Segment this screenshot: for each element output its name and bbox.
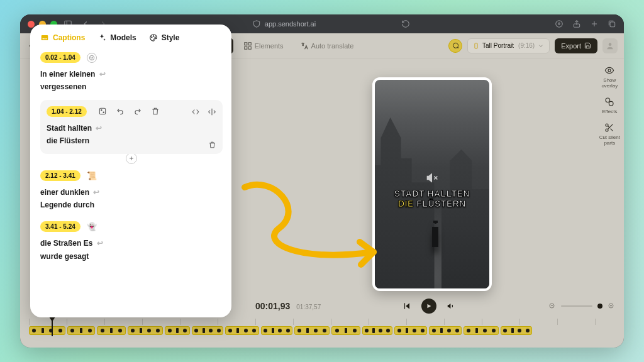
download-icon[interactable] <box>555 19 564 28</box>
svg-point-42 <box>101 110 102 111</box>
skip-back-icon[interactable] <box>402 302 411 310</box>
share-icon[interactable] <box>572 19 581 28</box>
video-preview[interactable]: STADT HALLTEN DIE FLÜSTERN <box>372 77 492 291</box>
timeline-clips[interactable] <box>29 326 615 335</box>
caption-text[interactable]: die Straßen Es ↩wurde gesagt <box>40 237 223 263</box>
new-tab-icon[interactable] <box>590 19 599 28</box>
time-chip[interactable]: 2.12 - 3.41 <box>40 170 80 181</box>
svg-point-36 <box>155 37 155 38</box>
volume-icon[interactable] <box>447 302 455 310</box>
shield-icon[interactable] <box>252 19 261 28</box>
scissors-icon <box>604 122 615 133</box>
caption-block[interactable]: 3.41 - 5.24👻die Straßen Es ↩wurde gesagt <box>40 217 223 269</box>
timeline-clip[interactable] <box>464 326 499 335</box>
annotation-arrow <box>235 172 392 272</box>
time-chip[interactable]: 3.41 - 5.24 <box>40 221 80 232</box>
reload-icon[interactable] <box>401 19 410 28</box>
return-icon: ↩ <box>91 188 99 197</box>
svg-rect-9 <box>244 47 247 49</box>
elements-tool[interactable]: Elements <box>237 38 290 54</box>
timeline-clip[interactable] <box>362 326 392 335</box>
user-avatar[interactable] <box>602 38 618 53</box>
caption-text[interactable]: In einer kleinen ↩vergessenen <box>40 68 223 94</box>
zoom-out-icon[interactable] <box>548 302 556 310</box>
show-overlay-button[interactable]: Show overlay <box>601 65 618 89</box>
svg-rect-32 <box>43 38 45 39</box>
zoom-slider[interactable] <box>561 305 592 307</box>
cut-silent-button[interactable]: Cut silent parts <box>599 122 620 146</box>
effects-button[interactable]: Effects <box>602 96 617 114</box>
sparkle-icon <box>97 33 106 42</box>
time-chip[interactable]: 1.04 - 2.12 <box>47 106 87 117</box>
duration-whole: 01:37 <box>296 304 312 310</box>
aspect-ratio-selector[interactable]: Tall Portrait (9:16) <box>467 38 550 53</box>
auto-translate-tool[interactable]: Auto translate <box>294 38 360 54</box>
svg-point-34 <box>151 37 152 38</box>
svg-point-12 <box>609 43 612 46</box>
caption-text[interactable]: Stadt hallten ↩die Flüstern <box>47 122 216 148</box>
timeline-clip[interactable] <box>192 326 223 335</box>
svg-point-16 <box>606 124 608 126</box>
svg-rect-24 <box>404 303 405 309</box>
svg-point-15 <box>609 101 614 106</box>
captions-icon <box>40 33 49 42</box>
caption-block[interactable]: 1.04 - 2.12Stadt hallten ↩die Flüstern <box>40 100 223 154</box>
svg-point-14 <box>606 98 610 102</box>
elements-label: Elements <box>255 42 284 50</box>
svg-point-35 <box>153 36 153 36</box>
svg-point-13 <box>608 69 611 72</box>
play-button[interactable] <box>421 299 436 314</box>
eye-icon <box>604 65 615 76</box>
address-bar-url[interactable]: app.sendshort.ai <box>265 20 316 28</box>
caption-block[interactable]: 2.12 - 3.41📜einer dunklen ↩Legende durch <box>40 167 223 218</box>
svg-line-20 <box>608 126 610 128</box>
timeline-clip[interactable] <box>67 326 95 335</box>
return-icon: ↩ <box>94 239 103 248</box>
tab-style[interactable]: Style <box>149 33 180 42</box>
timeline-clip[interactable] <box>97 326 126 335</box>
timeline-clip[interactable] <box>261 326 292 335</box>
undo-icon[interactable] <box>116 107 125 116</box>
svg-line-19 <box>611 129 613 131</box>
redo-icon[interactable] <box>133 107 142 116</box>
play-icon <box>426 303 432 309</box>
playhead[interactable] <box>52 319 53 336</box>
export-label: Export <box>561 42 581 50</box>
caption-line2-em: DIE <box>398 199 414 209</box>
delete-line-icon[interactable] <box>208 141 216 149</box>
add-block-button[interactable] <box>126 153 137 164</box>
close-window-button[interactable] <box>28 21 35 28</box>
caption-line2: DIE FLÜSTERN <box>375 199 489 209</box>
timeline-clip[interactable] <box>429 326 462 335</box>
timeline-clip[interactable] <box>294 326 330 335</box>
timeline-clip[interactable] <box>331 326 360 335</box>
tab-style-label: Style <box>162 33 180 42</box>
timeline-track[interactable] <box>29 319 615 335</box>
tab-models[interactable]: Models <box>97 33 136 42</box>
emoji-picker-icon[interactable] <box>87 53 97 63</box>
tab-captions[interactable]: Captions <box>40 33 85 42</box>
credits-badge[interactable] <box>448 39 462 53</box>
timeline-clip[interactable] <box>501 326 532 335</box>
tab-captions-label: Captions <box>53 33 85 42</box>
return-icon: ↩ <box>97 70 105 79</box>
timeline-clip[interactable] <box>225 326 259 335</box>
timeline-clip[interactable] <box>394 326 427 335</box>
caption-block[interactable]: 0.02 - 1.04In einer kleinen ↩vergessenen <box>40 48 223 100</box>
ghost-icon: 👻 <box>87 222 97 231</box>
time-chip[interactable]: 0.02 - 1.04 <box>40 52 80 63</box>
timeline-clip[interactable] <box>128 326 163 335</box>
zoom-in-icon[interactable] <box>608 302 615 310</box>
caption-text[interactable]: einer dunklen ↩Legende durch <box>40 186 223 212</box>
trash-icon[interactable] <box>151 107 160 116</box>
current-time-frac: ,93 <box>278 301 290 311</box>
tabs-icon[interactable] <box>608 19 616 28</box>
timeline-clip[interactable] <box>29 326 65 335</box>
dice-icon[interactable] <box>98 107 107 116</box>
export-button[interactable]: Export <box>555 38 597 53</box>
show-overlay-label: Show overlay <box>601 77 618 89</box>
caption-line2-rest: FLÜSTERN <box>416 199 466 209</box>
timeline-clip[interactable] <box>165 326 190 335</box>
merge-left-icon[interactable] <box>191 107 200 116</box>
split-icon[interactable] <box>208 107 216 116</box>
